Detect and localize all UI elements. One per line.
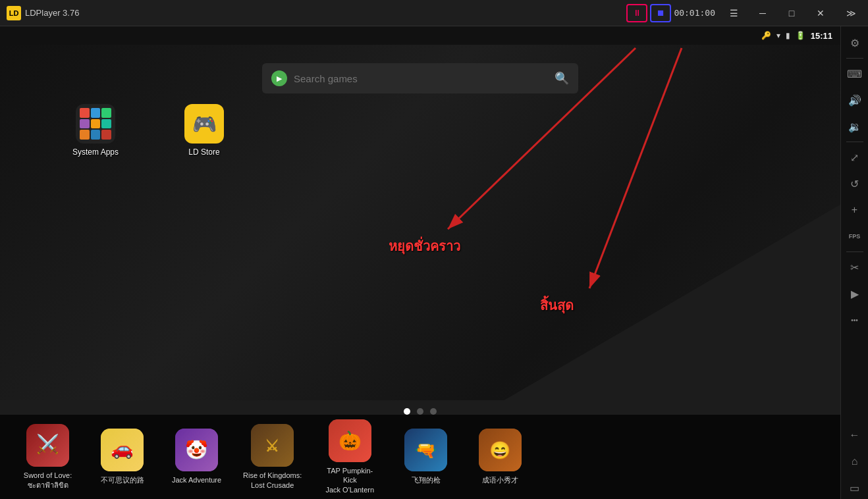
stop-annotation: สิ้นสุด [540,295,574,316]
flying-gun-label: 飞翔的枪 [412,475,441,485]
system-apps-label: System Apps [72,147,119,157]
right-sidebar: ⚙ ⌨ 🔊 🔉 ⤢ ↺ + FPS ✂ ▶ ••• ← ⌂ ▭ [840,26,868,499]
app-rise-of-kingdoms[interactable]: ⚔ Rise of Kingdoms:Lost Crusade [243,424,302,490]
svg-text:🤡: 🤡 [185,439,208,461]
page-dot-2[interactable] [417,408,423,415]
titlebar: LD LDPlayer 3.76 ⏸ ⏹ 00:01:00 ☰ ─ □ ✕ ≫ [0,0,868,26]
refresh-icon[interactable]: ↺ [844,172,866,195]
chengyu-icon: 😄 [479,429,522,471]
sword-of-love-icon: ⚔️ [26,424,69,467]
app-sword-of-love[interactable]: ⚔️ Sword of Love:ซะตาฟ้าลิขิต [20,424,76,490]
wifi-icon: ▾ [776,31,780,40]
sidebar-divider-2 [846,142,863,142]
home-icon[interactable]: ⌂ [844,450,866,473]
extra-button[interactable]: ≫ [838,4,864,22]
rise-of-kingdoms-icon: ⚔ [251,424,294,467]
pause-button[interactable]: ⏸ [626,4,647,22]
minimize-button[interactable]: ─ [749,4,776,22]
tap-pumpkin-label: TAP Pumpkin-KickJack O'Lantern [320,466,379,494]
app-jack-adventure[interactable]: 🤡 Jack Adventure [169,429,225,485]
volume-down-icon[interactable]: 🔉 [844,115,866,138]
stop-button[interactable]: ⏹ [650,4,671,22]
volume-up-icon[interactable]: 🔊 [844,89,866,111]
app-tap-pumpkin[interactable]: 🎃 TAP Pumpkin-KickJack O'Lantern [320,419,379,494]
timer-display: 00:01:00 [674,8,715,18]
expand-icon[interactable]: ⤢ [844,146,866,169]
back-icon[interactable]: ← [844,424,866,446]
app-title: LDPlayer 3.76 [25,8,79,18]
settings-icon[interactable]: ⚙ [844,32,866,54]
svg-text:⚔: ⚔ [265,437,279,455]
jack-adventure-label: Jack Adventure [172,475,221,485]
system-apps-icon[interactable]: System Apps [69,104,122,157]
search-input[interactable] [294,73,548,84]
fps-icon[interactable]: FPS [844,225,866,248]
maximize-button[interactable]: □ [778,4,805,22]
close-button[interactable]: ✕ [807,4,834,22]
page-indicators [404,408,437,415]
flying-gun-icon: 🔫 [404,429,447,471]
system-apps-icon-img [76,104,115,144]
svg-text:🔫: 🔫 [415,440,437,461]
extra-controls: ≫ [838,4,868,22]
timer-area: ⏸ ⏹ 00:01:00 [621,4,720,22]
sidebar-divider-3 [846,251,863,252]
app-bukedaolu[interactable]: 🚗 不可思议的路 [94,429,150,485]
add-icon[interactable]: + [844,199,866,221]
sidebar-divider-1 [846,58,863,59]
more-icon[interactable]: ••• [844,309,866,331]
app-flying-gun[interactable]: 🔫 飞翔的枪 [398,429,454,485]
menu-button[interactable]: ☰ [720,4,747,22]
scissors-icon[interactable]: ✂ [844,256,866,278]
pause-annotation: หยุดชั่วคราว [389,236,460,257]
svg-text:🚗: 🚗 [111,438,134,460]
page-dot-1[interactable] [404,408,410,415]
recent-icon[interactable]: ▭ [844,477,866,499]
search-bar[interactable]: ▶ 🔍 [262,63,578,93]
svg-text:⚔️: ⚔️ [36,433,59,455]
window-controls: ☰ ─ □ ✕ [720,4,838,22]
ld-store-label: LD Store [188,147,219,157]
logo-icon: LD [7,6,21,20]
tap-pumpkin-icon: 🎃 [329,419,371,462]
keyboard-icon[interactable]: ⌨ [844,63,866,85]
page-dot-3[interactable] [430,408,437,415]
battery-icon: 🔋 [796,31,805,40]
play-store-icon: ▶ [271,70,287,86]
app-logo: LD LDPlayer 3.76 [0,6,79,20]
svg-text:🎃: 🎃 [338,430,361,452]
chengyu-label: 成语小秀才 [482,475,518,485]
bg-gradient [0,45,840,400]
ld-store-icon-img: 🎮 [184,104,224,144]
sword-of-love-label: Sword of Love:ซะตาฟ้าลิขิต [24,471,72,490]
rise-of-kingdoms-label: Rise of Kingdoms:Lost Crusade [243,471,302,490]
svg-text:😄: 😄 [489,440,511,461]
bukedaolu-label: 不可思议的路 [101,475,144,485]
signal-icon: ▮ [786,31,790,40]
status-time: 15:11 [811,31,832,41]
emulator-area: ▶ 🔍 System Apps 🎮 LD Store [0,45,840,499]
video-icon[interactable]: ▶ [844,282,866,305]
statusbar: 🔑 ▾ ▮ 🔋 15:11 [0,26,840,45]
app-chengyu[interactable]: 😄 成语小秀才 [472,429,528,485]
jack-adventure-icon: 🤡 [175,429,218,471]
search-button[interactable]: 🔍 [555,71,569,86]
ld-store-icon[interactable]: 🎮 LD Store [178,104,231,157]
key-icon: 🔑 [761,31,771,40]
bukedaolu-icon: 🚗 [101,429,144,471]
bottom-apps-strip: ⚔️ Sword of Love:ซะตาฟ้าลิขิต 🚗 不可思议的路 [0,415,840,499]
